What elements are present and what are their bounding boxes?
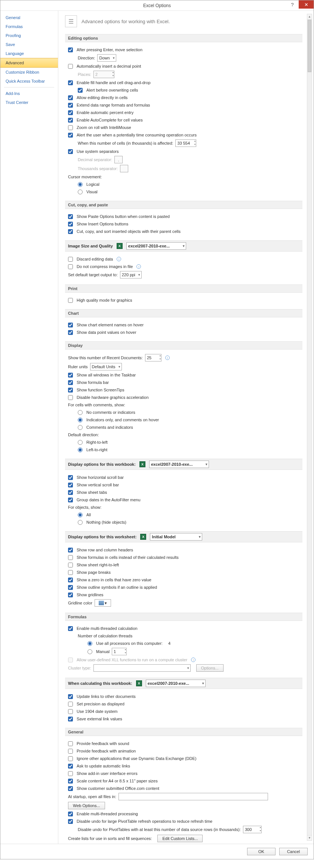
lbl-ltr: Left-to-right (86, 447, 107, 452)
cb-data-points[interactable] (68, 330, 73, 335)
radio-ind-only[interactable] (78, 418, 83, 422)
num-manual[interactable] (112, 648, 127, 655)
scroll-thumb[interactable] (308, 20, 311, 72)
cb-screen-tips[interactable] (68, 388, 73, 393)
cb-zero-val[interactable] (68, 578, 73, 582)
cb-feedback-anim[interactable] (68, 749, 73, 754)
cb-chart-names[interactable] (68, 323, 73, 327)
cb-hscroll[interactable] (68, 475, 73, 480)
scroll-up-icon[interactable]: ▲ (307, 14, 312, 19)
cb-edit-in-cell[interactable] (68, 95, 73, 100)
cb-show-formulas[interactable] (68, 555, 73, 560)
cb-alert-overwrite[interactable] (78, 88, 83, 93)
cb-precision[interactable] (68, 702, 73, 707)
num-cells[interactable] (175, 139, 196, 147)
cb-gridlines[interactable] (68, 592, 73, 597)
combo-dispws[interactable]: Initial Model (150, 533, 202, 541)
radio-obj-all[interactable] (78, 513, 83, 517)
num-disable-undo-rows[interactable] (243, 826, 262, 833)
btn-edit-custom-lists[interactable]: Edit Custom Lists... (157, 835, 203, 842)
info-icon[interactable]: i (117, 257, 121, 261)
cb-sheet-rtl[interactable] (68, 563, 73, 567)
cb-outline-sym[interactable] (68, 585, 73, 590)
sidebar-item-qat[interactable]: Quick Access Toolbar (0, 77, 58, 86)
combo-direction[interactable]: Down (97, 54, 116, 62)
btn-cluster-options: Options... (196, 664, 224, 672)
cb-vscroll[interactable] (68, 483, 73, 487)
cb-disable-hw[interactable] (68, 395, 73, 400)
radio-obj-nothing[interactable] (78, 520, 83, 525)
cb-date1904[interactable] (68, 709, 73, 714)
sidebar-item-addins[interactable]: Add-Ins (0, 89, 58, 98)
cb-page-breaks[interactable] (68, 570, 73, 575)
cb-no-compress[interactable] (68, 264, 73, 269)
radio-comm-ind[interactable] (78, 425, 83, 430)
cb-extend-range[interactable] (68, 103, 73, 108)
combo-ruler-units[interactable]: Default Units (90, 363, 122, 370)
cb-fill-handle[interactable] (68, 80, 73, 85)
cb-disable-undo-pivot[interactable] (68, 819, 73, 824)
cb-scale-a4[interactable] (68, 779, 73, 784)
sidebar-item-advanced[interactable]: Advanced (0, 58, 58, 68)
sidebar-item-proofing[interactable]: Proofing (0, 31, 58, 40)
color-swatch-gridline[interactable]: ▾ (95, 599, 111, 607)
combo-default-target[interactable]: 220 ppi (120, 271, 142, 278)
cb-sheet-tabs[interactable] (68, 490, 73, 495)
info-icon[interactable]: i (165, 355, 170, 360)
sidebar-item-general[interactable]: General (0, 13, 58, 22)
cb-sys-sep[interactable] (68, 149, 73, 154)
info-icon[interactable]: i (136, 264, 141, 269)
cb-auto-percent[interactable] (68, 110, 73, 115)
combo-image-workbook[interactable]: excel2007-2010-exe... (126, 242, 186, 250)
scroll-down-icon[interactable]: ▼ (307, 835, 312, 840)
cb-update-links[interactable] (68, 694, 73, 699)
num-recent-docs[interactable] (145, 354, 161, 361)
cb-cut-copy-parent[interactable] (68, 229, 73, 234)
btn-web-options[interactable]: Web Options... (68, 802, 105, 809)
sidebar-item-customize-ribbon[interactable]: Customize Ribbon (0, 68, 58, 77)
ok-button[interactable]: OK (247, 848, 275, 855)
cb-multi-thread[interactable] (68, 626, 73, 631)
sidebar-item-save[interactable]: Save (0, 40, 58, 49)
cancel-button[interactable]: Cancel (279, 848, 308, 855)
cb-discard-edit[interactable] (68, 257, 73, 262)
close-button[interactable]: ✕ (299, 0, 314, 9)
cb-office-content[interactable] (68, 786, 73, 791)
radio-ltr[interactable] (78, 447, 83, 452)
cb-zoom-roll[interactable] (68, 125, 73, 130)
lbl-gridlines: Show gridlines (77, 592, 104, 597)
cb-ignore-dde[interactable] (68, 756, 73, 761)
radio-manual[interactable] (87, 649, 92, 654)
cb-ext-link[interactable] (68, 717, 73, 721)
sidebar-item-trust-center[interactable]: Trust Center (0, 98, 58, 107)
cb-insert-opts[interactable] (68, 222, 73, 227)
cb-addin-err[interactable] (68, 771, 73, 776)
scrollbar[interactable]: ▲ ▼ (307, 14, 312, 841)
input-startup-files[interactable] (118, 793, 268, 800)
cb-all-windows[interactable] (68, 373, 73, 378)
combo-calcwb[interactable]: excel2007-2010-exe... (146, 680, 206, 687)
cb-auto-decimal[interactable] (68, 64, 73, 69)
radio-no-comments[interactable] (78, 410, 83, 415)
cb-alert-time[interactable] (68, 133, 73, 138)
cb-hq-print[interactable] (68, 298, 73, 303)
cb-group-dates[interactable] (68, 498, 73, 502)
cb-auto-complete[interactable] (68, 118, 73, 123)
sidebar-item-formulas[interactable]: Formulas (0, 22, 58, 31)
section-calcwb: When calculating this workbook: X excel2… (65, 678, 302, 689)
help-button[interactable]: ? (286, 0, 299, 9)
cb-paste-opts[interactable] (68, 214, 73, 219)
radio-visual[interactable] (78, 190, 83, 194)
radio-logical[interactable] (78, 182, 83, 187)
radio-all-proc[interactable] (87, 641, 92, 646)
combo-dispwb[interactable]: excel2007-2010-exe... (149, 461, 209, 468)
cb-feedback-sound[interactable] (68, 741, 73, 746)
cb-multi-proc[interactable] (68, 812, 73, 816)
cb-enter-move[interactable] (68, 47, 73, 52)
sidebar-item-language[interactable]: Language (0, 49, 58, 58)
radio-rtl[interactable] (78, 440, 83, 445)
cb-formula-bar[interactable] (68, 380, 73, 385)
cb-ask-update[interactable] (68, 764, 73, 769)
cb-rowcol-head[interactable] (68, 548, 73, 552)
lbl-comments-head: For cells with comments, show: (68, 403, 125, 407)
